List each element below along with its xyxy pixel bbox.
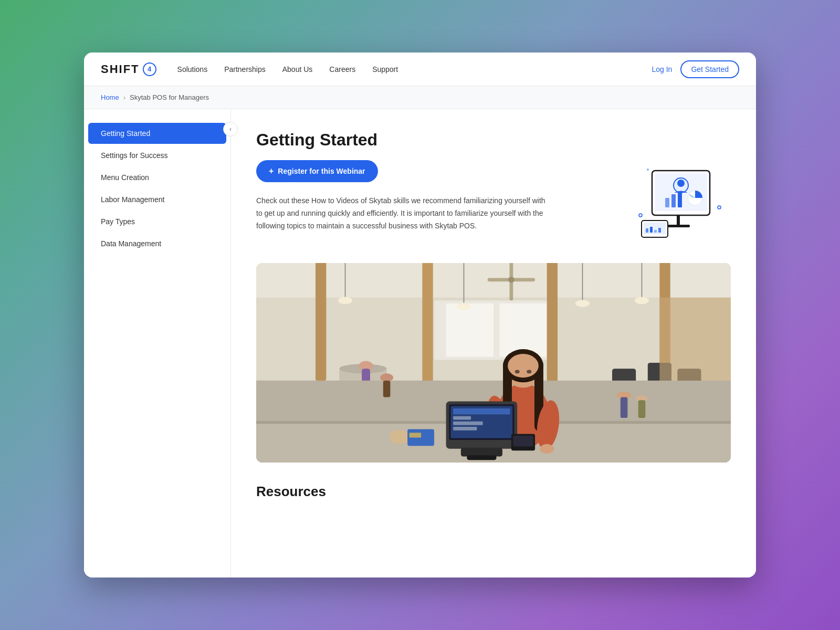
svg-rect-82 [638, 400, 646, 418]
svg-rect-8 [678, 192, 682, 207]
sidebar-item-getting-started[interactable]: Getting Started [88, 123, 226, 144]
illustration [636, 160, 731, 246]
nav-links: Solutions Partnerships About Us Careers … [177, 65, 652, 74]
breadcrumb-current-page: Skytab POS for Managers [130, 93, 209, 101]
sidebar-item-settings-success[interactable]: Settings for Success [88, 145, 226, 166]
nav-solutions[interactable]: Solutions [177, 65, 208, 74]
svg-point-17 [718, 206, 721, 209]
svg-rect-13 [650, 227, 653, 233]
breadcrumb: Home › Skytab POS for Managers [84, 86, 756, 109]
svg-point-63 [540, 444, 554, 454]
svg-point-76 [390, 430, 407, 444]
logo-text: SHIFT [101, 62, 140, 76]
svg-rect-12 [646, 228, 648, 233]
collapse-icon: ‹ [229, 125, 232, 133]
svg-rect-48 [659, 298, 731, 381]
svg-rect-15 [658, 228, 661, 233]
sidebar-collapse-button[interactable]: ‹ [223, 122, 238, 136]
breadcrumb-separator: › [123, 93, 125, 101]
page-container: SHIFT 4 Solutions Partnerships About Us … [84, 52, 756, 578]
svg-point-58 [515, 370, 520, 374]
svg-rect-25 [316, 263, 326, 381]
login-button[interactable]: Log In [652, 65, 672, 74]
svg-rect-27 [547, 263, 558, 384]
nav-about-us[interactable]: About Us [282, 65, 313, 74]
svg-rect-6 [665, 198, 669, 207]
resources-title: Resources [256, 484, 731, 500]
restaurant-scene-svg [256, 263, 731, 463]
monitor-illustration [636, 160, 731, 244]
svg-rect-26 [422, 263, 433, 386]
svg-rect-68 [453, 416, 471, 420]
svg-point-83 [380, 373, 393, 382]
svg-rect-70 [453, 427, 477, 430]
svg-point-18 [647, 169, 649, 171]
svg-point-5 [677, 180, 685, 187]
svg-rect-72 [467, 455, 497, 460]
nav-partnerships[interactable]: Partnerships [224, 65, 266, 74]
register-webinar-button[interactable]: + Register for this Webinar [256, 160, 378, 182]
sidebar: ‹ Getting Started Settings for Success M… [84, 109, 231, 578]
sidebar-item-pay-types[interactable]: Pay Types [88, 211, 226, 232]
body-area: ‹ Getting Started Settings for Success M… [84, 109, 756, 578]
svg-point-59 [527, 370, 531, 374]
logo: SHIFT 4 [101, 62, 156, 76]
webinar-left: + Register for this Webinar Check out th… [256, 160, 615, 232]
svg-rect-7 [671, 194, 676, 207]
description-text: Check out these How to Videos of Skytab … [256, 195, 550, 232]
svg-rect-3 [667, 225, 690, 227]
hero-image [256, 263, 731, 463]
sidebar-item-labor-management[interactable]: Labor Management [88, 189, 226, 210]
nav-support[interactable]: Support [372, 65, 398, 74]
page-title: Getting Started [256, 130, 731, 150]
nav-careers[interactable]: Careers [329, 65, 355, 74]
svg-rect-24 [499, 303, 547, 357]
svg-point-33 [457, 303, 471, 310]
breadcrumb-home-link[interactable]: Home [101, 93, 119, 101]
svg-rect-71 [461, 448, 502, 457]
svg-rect-74 [513, 436, 533, 446]
svg-rect-14 [654, 230, 657, 233]
svg-rect-67 [453, 408, 510, 414]
svg-rect-84 [383, 381, 391, 397]
svg-point-16 [639, 214, 642, 217]
svg-point-31 [338, 297, 352, 304]
svg-point-57 [508, 354, 539, 377]
sidebar-item-menu-creation[interactable]: Menu Creation [88, 167, 226, 188]
svg-point-35 [575, 300, 590, 307]
svg-rect-23 [446, 303, 494, 357]
nav-actions: Log In Get Started [652, 60, 739, 78]
register-plus-icon: + [269, 166, 274, 176]
main-content: Getting Started + Register for this Webi… [231, 109, 756, 578]
sidebar-item-data-management[interactable]: Data Management [88, 233, 226, 254]
svg-rect-80 [621, 397, 628, 418]
navbar: SHIFT 4 Solutions Partnerships About Us … [84, 52, 756, 86]
register-label: Register for this Webinar [278, 167, 365, 175]
svg-rect-69 [453, 422, 483, 425]
svg-point-37 [635, 297, 649, 304]
svg-rect-40 [510, 263, 513, 300]
webinar-section: + Register for this Webinar Check out th… [256, 160, 731, 246]
get-started-button[interactable]: Get Started [680, 60, 739, 78]
svg-rect-78 [410, 433, 422, 437]
logo-number: 4 [143, 62, 156, 76]
svg-rect-2 [677, 215, 680, 226]
